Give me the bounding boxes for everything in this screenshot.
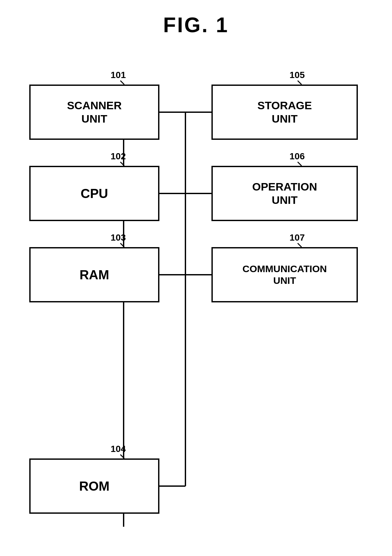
cpu-label: CPU (81, 186, 108, 201)
storage-unit-label: STORAGEUNIT (257, 99, 312, 126)
svg-line-11 (120, 243, 124, 247)
svg-line-10 (120, 162, 124, 166)
page-title: FIG. 1 (0, 13, 392, 37)
rom-label: ROM (79, 478, 109, 494)
operation-unit-label: OPERATIONUNIT (252, 180, 317, 207)
svg-line-15 (298, 243, 302, 247)
svg-line-12 (120, 455, 124, 458)
ref-107: 107 (290, 232, 305, 243)
rom-block: ROM (29, 458, 159, 514)
ref-103: 103 (111, 232, 126, 243)
cpu-block: CPU (29, 166, 159, 221)
diagram: 101 102 103 104 105 106 107 SCANNERUNIT … (20, 42, 372, 543)
ref-101: 101 (111, 70, 126, 80)
storage-unit-block: STORAGEUNIT (211, 85, 358, 140)
ref-104: 104 (111, 444, 126, 454)
svg-line-14 (298, 162, 302, 166)
ram-label: RAM (79, 267, 109, 283)
ref-106: 106 (290, 151, 305, 162)
operation-unit-block: OPERATIONUNIT (211, 166, 358, 221)
ram-block: RAM (29, 247, 159, 302)
scanner-unit-label: SCANNERUNIT (67, 99, 122, 126)
svg-line-13 (298, 81, 302, 85)
ref-105: 105 (290, 70, 305, 80)
communication-unit-block: COMMUNICATIONUNIT (211, 247, 358, 302)
svg-line-9 (120, 81, 124, 85)
communication-unit-label: COMMUNICATIONUNIT (242, 263, 327, 286)
scanner-unit-block: SCANNERUNIT (29, 85, 159, 140)
ref-102: 102 (111, 151, 126, 162)
